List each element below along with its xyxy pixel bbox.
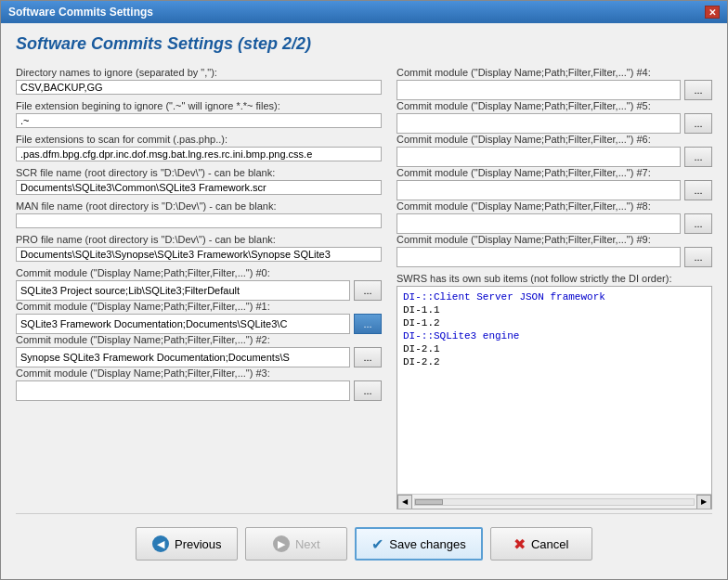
right-commit-module-2-btn[interactable]: ... xyxy=(684,147,712,167)
pro-group: PRO file name (root directory is "D:\Dev… xyxy=(16,234,382,262)
ext-scan-input[interactable] xyxy=(16,147,382,161)
previous-label: Previous xyxy=(175,537,222,551)
scroll-left-btn[interactable]: ◀ xyxy=(397,495,412,509)
left-commit-module-3: Commit module ("Display Name;Path;Filter… xyxy=(16,367,382,401)
left-commit-module-1-label: Commit module ("Display Name;Path;Filter… xyxy=(16,301,382,312)
right-commit-module-4-input[interactable] xyxy=(396,213,681,234)
right-commit-module-3-input[interactable] xyxy=(396,180,681,200)
left-commit-module-0-input[interactable] xyxy=(16,280,350,301)
ext-ignore-label: File extension begining to ignore (".~" … xyxy=(16,100,382,111)
right-commit-module-5: Commit module ("Display Name;Path;Filter… xyxy=(396,234,712,267)
right-commit-module-4: Commit module ("Display Name;Path;Filter… xyxy=(396,200,712,234)
previous-icon: ◀ xyxy=(152,535,169,552)
right-commit-module-2-input[interactable] xyxy=(396,147,681,167)
next-button[interactable]: ▶ Next xyxy=(245,527,347,561)
scr-group: SCR file name (root directory is "D:\Dev… xyxy=(16,167,382,195)
pro-label: PRO file name (root directory is "D:\Dev… xyxy=(16,234,382,245)
right-commit-module-1-label: Commit module ("Display Name;Path;Filter… xyxy=(396,100,712,111)
right-commit-modules: Commit module ("Display Name;Path;Filter… xyxy=(396,67,712,267)
left-commit-module-0: Commit module ("Display Name;Path;Filter… xyxy=(16,267,382,301)
swrs-item-5: DI-2.2 xyxy=(401,355,708,368)
pro-input[interactable] xyxy=(16,247,382,262)
scr-input[interactable] xyxy=(16,180,382,195)
dir-ignore-label: Directory names to ignore (separated by … xyxy=(16,67,382,78)
swrs-scrollbar-h: ◀ ▶ xyxy=(397,494,711,509)
main-grid: Directory names to ignore (separated by … xyxy=(16,67,712,509)
left-commit-module-0-label: Commit module ("Display Name;Path;Filter… xyxy=(16,267,382,278)
right-commit-module-1: Commit module ("Display Name;Path;Filter… xyxy=(396,100,712,134)
right-commit-module-0: Commit module ("Display Name;Path;Filter… xyxy=(396,67,712,100)
right-commit-module-3-label: Commit module ("Display Name;Path;Filter… xyxy=(396,167,712,178)
swrs-item-4: DI-2.1 xyxy=(401,342,708,355)
right-commit-module-5-input[interactable] xyxy=(396,247,681,267)
right-column: Commit module ("Display Name;Path;Filter… xyxy=(396,67,712,509)
ext-scan-label: File extensions to scan for commit (.pas… xyxy=(16,134,382,145)
right-commit-module-2: Commit module ("Display Name;Path;Filter… xyxy=(396,134,712,167)
right-commit-module-1-btn[interactable]: ... xyxy=(684,113,712,134)
right-commit-module-0-btn[interactable]: ... xyxy=(684,80,712,100)
cancel-button[interactable]: ✖ Cancel xyxy=(490,527,592,561)
ext-scan-group: File extensions to scan for commit (.pas… xyxy=(16,134,382,161)
right-commit-module-3: Commit module ("Display Name;Path;Filter… xyxy=(396,167,712,200)
next-icon: ▶ xyxy=(273,535,290,552)
content-area: Software Commits Settings (step 2/2) Dir… xyxy=(1,23,727,579)
ext-ignore-group: File extension begining to ignore (".~" … xyxy=(16,100,382,128)
main-window: Software Commits Settings ✕ Software Com… xyxy=(0,0,728,580)
left-commit-module-2-btn[interactable]: ... xyxy=(354,347,382,367)
left-commit-module-0-btn[interactable]: ... xyxy=(354,280,382,301)
footer-separator xyxy=(16,513,712,514)
right-commit-module-0-input[interactable] xyxy=(396,80,681,100)
right-commit-module-4-btn[interactable]: ... xyxy=(684,213,712,234)
scroll-right-btn[interactable]: ▶ xyxy=(696,495,711,509)
previous-button[interactable]: ◀ Previous xyxy=(136,527,238,561)
left-commit-module-3-label: Commit module ("Display Name;Path;Filter… xyxy=(16,367,382,379)
right-commit-module-1-input[interactable] xyxy=(396,113,681,134)
right-commit-module-5-label: Commit module ("Display Name;Path;Filter… xyxy=(396,234,712,245)
right-commit-module-2-label: Commit module ("Display Name;Path;Filter… xyxy=(396,134,712,145)
swrs-item-1: DI-1.1 xyxy=(401,303,708,316)
left-commit-module-3-btn[interactable]: ... xyxy=(354,380,382,401)
left-commit-module-1-btn[interactable]: ... xyxy=(354,314,382,334)
swrs-item-2: DI-1.2 xyxy=(401,316,708,329)
save-button[interactable]: ✔ Save changes xyxy=(355,527,482,561)
footer: ◀ Previous ▶ Next ✔ Save changes ✖ Cance… xyxy=(16,518,712,568)
swrs-item-0: DI-::Client Server JSON framework xyxy=(401,290,708,303)
left-column: Directory names to ignore (separated by … xyxy=(16,67,382,509)
left-commit-module-2-input[interactable] xyxy=(16,347,350,367)
next-label: Next xyxy=(295,537,320,551)
left-commit-module-2: Commit module ("Display Name;Path;Filter… xyxy=(16,334,382,367)
right-commit-module-4-label: Commit module ("Display Name;Path;Filter… xyxy=(396,200,712,212)
man-label: MAN file name (root directory is "D:\Dev… xyxy=(16,200,382,212)
swrs-label: SWRS has its own sub items (not follow s… xyxy=(396,273,712,284)
title-bar: Software Commits Settings ✕ xyxy=(1,1,727,23)
left-commit-module-1: Commit module ("Display Name;Path;Filter… xyxy=(16,301,382,334)
swrs-container: DI-::Client Server JSON frameworkDI-1.1D… xyxy=(396,286,712,509)
left-commit-module-1-input[interactable] xyxy=(16,314,350,334)
ext-ignore-input[interactable] xyxy=(16,113,382,128)
left-commit-module-3-input[interactable] xyxy=(16,380,350,401)
cancel-label: Cancel xyxy=(531,537,568,551)
scroll-thumb[interactable] xyxy=(415,499,443,505)
save-label: Save changes xyxy=(389,537,465,551)
cancel-icon: ✖ xyxy=(514,535,526,553)
swrs-content: DI-::Client Server JSON frameworkDI-1.1D… xyxy=(397,287,711,494)
dir-ignore-group: Directory names to ignore (separated by … xyxy=(16,67,382,95)
scroll-track xyxy=(414,498,695,506)
window-title: Software Commits Settings xyxy=(8,6,153,19)
scr-label: SCR file name (root directory is "D:\Dev… xyxy=(16,167,382,178)
right-commit-module-0-label: Commit module ("Display Name;Path;Filter… xyxy=(396,67,712,78)
man-input[interactable] xyxy=(16,213,382,228)
right-commit-module-5-btn[interactable]: ... xyxy=(684,247,712,267)
man-group: MAN file name (root directory is "D:\Dev… xyxy=(16,200,382,228)
save-icon: ✔ xyxy=(371,535,384,553)
left-commit-modules: Commit module ("Display Name;Path;Filter… xyxy=(16,267,382,401)
swrs-box: SWRS has its own sub items (not follow s… xyxy=(396,273,712,509)
right-commit-module-3-btn[interactable]: ... xyxy=(684,180,712,200)
left-commit-module-2-label: Commit module ("Display Name;Path;Filter… xyxy=(16,334,382,345)
page-title: Software Commits Settings (step 2/2) xyxy=(16,34,712,54)
close-button[interactable]: ✕ xyxy=(705,6,720,19)
swrs-item-3: DI-::SQLite3 engine xyxy=(401,329,708,342)
dir-ignore-input[interactable] xyxy=(16,80,382,95)
